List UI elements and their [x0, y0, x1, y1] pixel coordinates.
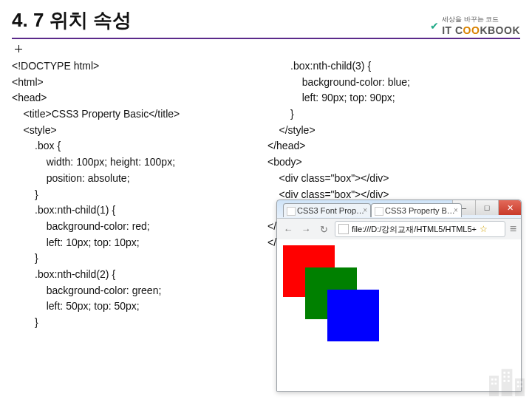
browser-viewport — [277, 239, 521, 391]
svg-rect-9 — [491, 378, 494, 381]
back-button[interactable]: ← — [282, 222, 295, 236]
svg-rect-15 — [517, 385, 519, 387]
check-icon: ✔ — [430, 20, 439, 32]
svg-rect-2 — [515, 378, 525, 396]
page-title: 4. 7 위치 속성 — [12, 7, 132, 33]
logo-main: IT COOKBOOK — [442, 24, 520, 36]
svg-rect-0 — [489, 376, 499, 397]
building-watermark-icon — [486, 364, 528, 398]
forward-button[interactable]: → — [299, 222, 313, 236]
blue-box — [327, 290, 379, 341]
favicon-icon — [287, 207, 296, 216]
tab-close-icon[interactable]: × — [454, 206, 458, 214]
svg-rect-3 — [503, 372, 505, 374]
tab-label: CSS3 Font Prop… — [297, 206, 364, 215]
menu-button[interactable]: ≡ — [510, 222, 516, 236]
tab-label: CSS3 Property B… — [385, 206, 455, 215]
window-maximize-button[interactable]: □ — [475, 200, 498, 215]
browser-toolbar: ← → ↻ file:///D:/강의교재/HTML5/HTML5+ ☆ ≡ — [277, 218, 521, 240]
browser-tab-active[interactable]: CSS3 Property B… × — [371, 203, 462, 217]
code-column-left: <!DOCTYPE html> <html> <head> <title>CSS… — [12, 58, 256, 331]
bookmark-star-icon[interactable]: ☆ — [480, 224, 488, 234]
header-divider — [12, 38, 520, 39]
window-close-button[interactable]: ✕ — [498, 200, 521, 215]
browser-tab-inactive[interactable]: CSS3 Font Prop… × — [283, 203, 371, 217]
svg-rect-10 — [494, 378, 497, 381]
file-icon — [338, 224, 349, 234]
window-controls: – □ ✕ — [452, 200, 521, 215]
svg-rect-7 — [503, 380, 505, 382]
tab-close-icon[interactable]: × — [363, 206, 367, 214]
browser-window: – □ ✕ CSS3 Font Prop… × CSS3 Property B…… — [276, 200, 522, 392]
brand-logo: ✔ 세상을 바꾸는 코드 IT COOKBOOK — [430, 15, 520, 36]
svg-rect-16 — [520, 385, 522, 387]
svg-rect-8 — [508, 380, 510, 382]
svg-rect-11 — [491, 383, 494, 385]
svg-rect-6 — [508, 376, 510, 378]
svg-rect-5 — [503, 376, 505, 378]
logo-subtitle: 세상을 바꾸는 코드 — [442, 15, 520, 24]
address-text: file:///D:/강의교재/HTML5/HTML5+ — [352, 224, 477, 235]
crosshair-icon — [15, 45, 22, 52]
svg-rect-4 — [508, 372, 510, 374]
svg-rect-12 — [494, 383, 497, 385]
favicon-icon — [375, 207, 383, 216]
svg-rect-13 — [517, 381, 519, 383]
svg-rect-1 — [502, 369, 513, 396]
svg-rect-14 — [520, 381, 522, 383]
address-bar[interactable]: file:///D:/강의교재/HTML5/HTML5+ ☆ — [335, 221, 505, 237]
reload-button[interactable]: ↻ — [317, 222, 330, 236]
